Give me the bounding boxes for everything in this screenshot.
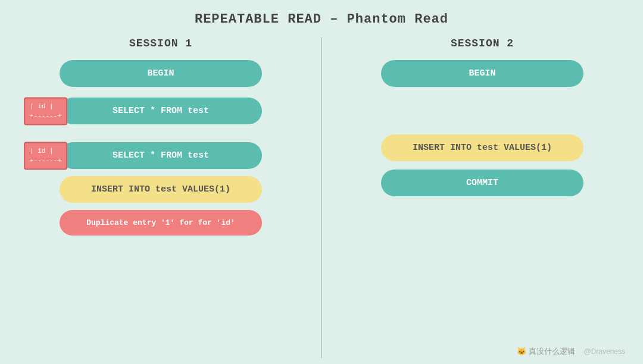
s1-error-pill: Duplicate entry '1' for for 'id': [60, 210, 262, 236]
main-title: REPEATABLE READ – Phantom Read: [195, 12, 448, 27]
s1-insert-row: INSERT INTO test VALUES(1): [18, 176, 304, 203]
s2-begin-pill: BEGIN: [381, 60, 583, 87]
s1-table2-icon: | id | +------+: [24, 142, 67, 170]
page-container: REPEATABLE READ – Phantom Read SESSION 1…: [0, 0, 643, 364]
session2-header: SESSION 2: [451, 37, 514, 49]
s1-select2-row: | id | +------+ SELECT * FROM test: [18, 142, 304, 169]
s2-insert-row: INSERT INTO test VALUES(1): [339, 134, 625, 161]
sessions-container: SESSION 1 BEGIN | id | +------+ SELECT *…: [0, 37, 643, 358]
s2-begin-row: BEGIN: [339, 60, 625, 87]
s1-error-row: Duplicate entry '1' for for 'id': [18, 210, 304, 236]
s2-commit-row: COMMIT: [339, 170, 625, 196]
s2-commit-pill: COMMIT: [381, 170, 583, 196]
at-label: @Draveness: [583, 347, 625, 356]
watermark: 🐱 真没什么逻辑 @Draveness: [517, 346, 625, 357]
s1-begin-pill: BEGIN: [60, 60, 262, 87]
watermark-icon: 🐱: [517, 347, 529, 356]
s1-table1-icon: | id | +------+: [24, 97, 67, 125]
s1-select1-pill: SELECT * FROM test: [60, 98, 262, 124]
session2-col: SESSION 2 BEGIN INSERT INTO test VALUES(…: [322, 37, 643, 358]
s1-select2-pill: SELECT * FROM test: [60, 142, 262, 169]
s1-insert-pill: INSERT INTO test VALUES(1): [60, 176, 262, 203]
s2-insert-pill: INSERT INTO test VALUES(1): [381, 134, 583, 161]
s1-begin-row: BEGIN: [18, 60, 304, 87]
session1-header: SESSION 1: [129, 37, 192, 49]
session1-col: SESSION 1 BEGIN | id | +------+ SELECT *…: [0, 37, 322, 358]
s1-select1-row: | id | +------+ SELECT * FROM test: [18, 98, 304, 124]
watermark-text: 真没什么逻辑: [529, 347, 575, 356]
